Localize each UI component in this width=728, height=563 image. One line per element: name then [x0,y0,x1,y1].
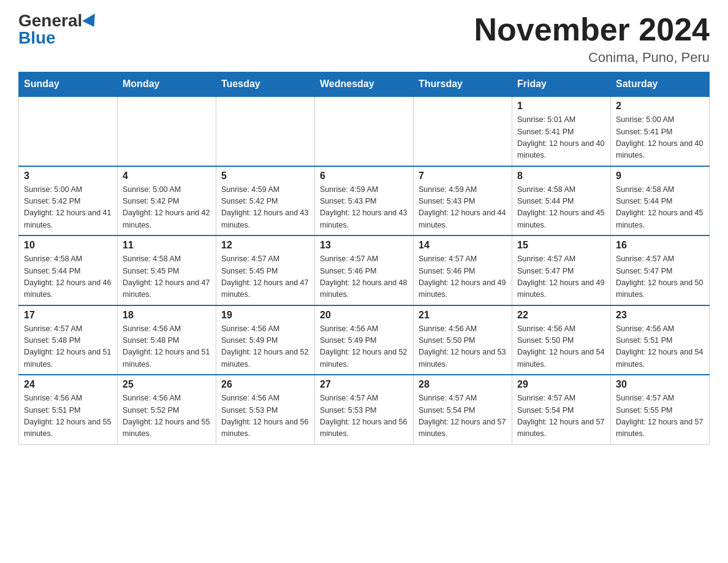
day-info: Sunrise: 4:58 AMSunset: 5:44 PMDaylight:… [517,184,605,232]
calendar-week-row: 24Sunrise: 4:56 AMSunset: 5:51 PMDayligh… [19,375,710,444]
calendar-cell: 22Sunrise: 4:56 AMSunset: 5:50 PMDayligh… [512,305,611,375]
calendar-cell: 9Sunrise: 4:58 AMSunset: 5:44 PMDaylight… [611,166,710,236]
day-number: 1 [517,101,605,112]
day-info: Sunrise: 4:59 AMSunset: 5:42 PMDaylight:… [221,184,309,232]
day-info: Sunrise: 4:57 AMSunset: 5:55 PMDaylight:… [616,393,704,440]
calendar-cell: 8Sunrise: 4:58 AMSunset: 5:44 PMDaylight… [512,166,611,236]
location-text: Conima, Puno, Peru [474,50,710,66]
title-area: November 2024 Conima, Puno, Peru [474,12,710,66]
calendar-cell [19,96,118,166]
day-number: 14 [419,240,507,251]
calendar-cell: 15Sunrise: 4:57 AMSunset: 5:47 PMDayligh… [512,236,611,305]
calendar-cell: 29Sunrise: 4:57 AMSunset: 5:54 PMDayligh… [512,375,611,444]
day-info: Sunrise: 4:57 AMSunset: 5:46 PMDaylight:… [320,253,408,301]
calendar-cell: 7Sunrise: 4:59 AMSunset: 5:43 PMDaylight… [414,166,512,236]
day-number: 3 [24,170,112,182]
calendar-cell: 14Sunrise: 4:57 AMSunset: 5:46 PMDayligh… [414,236,512,305]
day-info: Sunrise: 4:57 AMSunset: 5:47 PMDaylight:… [517,253,605,301]
month-title: November 2024 [474,12,710,47]
calendar-week-row: 1Sunrise: 5:01 AMSunset: 5:41 PMDaylight… [19,96,710,166]
day-number: 16 [616,240,704,251]
day-number: 18 [123,310,211,321]
calendar-cell: 2Sunrise: 5:00 AMSunset: 5:41 PMDaylight… [611,96,710,166]
calendar-cell: 17Sunrise: 4:57 AMSunset: 5:48 PMDayligh… [19,305,118,375]
page-header: General Blue November 2024 Conima, Puno,… [18,12,710,66]
calendar-cell: 28Sunrise: 4:57 AMSunset: 5:54 PMDayligh… [414,375,512,444]
day-info: Sunrise: 4:57 AMSunset: 5:54 PMDaylight:… [419,393,507,440]
day-info: Sunrise: 4:57 AMSunset: 5:45 PMDaylight:… [221,253,309,301]
calendar-cell: 23Sunrise: 4:56 AMSunset: 5:51 PMDayligh… [611,305,710,375]
day-info: Sunrise: 4:57 AMSunset: 5:47 PMDaylight:… [616,253,704,301]
day-info: Sunrise: 4:58 AMSunset: 5:45 PMDaylight:… [123,253,211,301]
calendar-header-friday: Friday [512,72,611,97]
day-info: Sunrise: 4:58 AMSunset: 5:44 PMDaylight:… [24,253,112,301]
calendar-week-row: 3Sunrise: 5:00 AMSunset: 5:42 PMDaylight… [19,166,710,236]
calendar-cell: 12Sunrise: 4:57 AMSunset: 5:45 PMDayligh… [216,236,315,305]
day-number: 9 [616,170,704,182]
calendar-cell: 3Sunrise: 5:00 AMSunset: 5:42 PMDaylight… [19,166,118,236]
day-info: Sunrise: 4:56 AMSunset: 5:53 PMDaylight:… [221,393,309,440]
day-number: 25 [123,379,211,390]
day-number: 5 [221,170,309,182]
day-number: 17 [24,310,112,321]
day-info: Sunrise: 4:58 AMSunset: 5:44 PMDaylight:… [616,184,704,232]
day-info: Sunrise: 4:56 AMSunset: 5:50 PMDaylight:… [419,323,507,371]
calendar-cell [315,96,414,166]
day-info: Sunrise: 4:56 AMSunset: 5:50 PMDaylight:… [517,323,605,371]
calendar-cell [118,96,216,166]
day-info: Sunrise: 4:56 AMSunset: 5:51 PMDaylight:… [616,323,704,371]
day-number: 24 [24,379,112,390]
day-number: 23 [616,310,704,321]
calendar-header-thursday: Thursday [414,72,512,97]
day-number: 27 [320,379,408,390]
day-number: 21 [419,310,507,321]
day-number: 7 [419,170,507,182]
day-number: 2 [616,101,704,112]
day-info: Sunrise: 4:57 AMSunset: 5:46 PMDaylight:… [419,253,507,301]
calendar-cell: 5Sunrise: 4:59 AMSunset: 5:42 PMDaylight… [216,166,315,236]
calendar-cell: 24Sunrise: 4:56 AMSunset: 5:51 PMDayligh… [19,375,118,444]
calendar-cell: 20Sunrise: 4:56 AMSunset: 5:49 PMDayligh… [315,305,414,375]
calendar-header-monday: Monday [118,72,216,97]
calendar-cell: 21Sunrise: 4:56 AMSunset: 5:50 PMDayligh… [414,305,512,375]
day-info: Sunrise: 4:56 AMSunset: 5:49 PMDaylight:… [320,323,408,371]
day-number: 6 [320,170,408,182]
day-info: Sunrise: 4:57 AMSunset: 5:54 PMDaylight:… [517,393,605,440]
day-info: Sunrise: 4:59 AMSunset: 5:43 PMDaylight:… [419,184,507,232]
calendar-header-row: SundayMondayTuesdayWednesdayThursdayFrid… [19,72,710,97]
calendar-cell: 11Sunrise: 4:58 AMSunset: 5:45 PMDayligh… [118,236,216,305]
calendar-cell: 6Sunrise: 4:59 AMSunset: 5:43 PMDaylight… [315,166,414,236]
day-number: 20 [320,310,408,321]
calendar-week-row: 17Sunrise: 4:57 AMSunset: 5:48 PMDayligh… [19,305,710,375]
calendar-cell: 4Sunrise: 5:00 AMSunset: 5:42 PMDaylight… [118,166,216,236]
day-info: Sunrise: 4:57 AMSunset: 5:53 PMDaylight:… [320,393,408,440]
logo-blue-text: Blue [18,29,56,47]
calendar-cell: 25Sunrise: 4:56 AMSunset: 5:52 PMDayligh… [118,375,216,444]
day-info: Sunrise: 4:56 AMSunset: 5:48 PMDaylight:… [123,323,211,371]
calendar-cell: 30Sunrise: 4:57 AMSunset: 5:55 PMDayligh… [611,375,710,444]
day-info: Sunrise: 5:00 AMSunset: 5:42 PMDaylight:… [123,184,211,232]
day-number: 4 [123,170,211,182]
calendar-header-sunday: Sunday [19,72,118,97]
calendar-cell: 10Sunrise: 4:58 AMSunset: 5:44 PMDayligh… [19,236,118,305]
calendar-cell: 26Sunrise: 4:56 AMSunset: 5:53 PMDayligh… [216,375,315,444]
day-number: 29 [517,379,605,390]
calendar-cell [414,96,512,166]
day-number: 22 [517,310,605,321]
logo-general-text: General [18,12,82,29]
calendar-header-wednesday: Wednesday [315,72,414,97]
day-number: 12 [221,240,309,251]
calendar-cell: 27Sunrise: 4:57 AMSunset: 5:53 PMDayligh… [315,375,414,444]
day-info: Sunrise: 5:01 AMSunset: 5:41 PMDaylight:… [517,114,605,162]
day-number: 11 [123,240,211,251]
calendar-cell: 18Sunrise: 4:56 AMSunset: 5:48 PMDayligh… [118,305,216,375]
calendar-header-tuesday: Tuesday [216,72,315,97]
calendar-cell [216,96,315,166]
calendar-cell: 13Sunrise: 4:57 AMSunset: 5:46 PMDayligh… [315,236,414,305]
logo-triangle-icon [82,13,100,31]
calendar-header-saturday: Saturday [611,72,710,97]
day-info: Sunrise: 4:59 AMSunset: 5:43 PMDaylight:… [320,184,408,232]
calendar-week-row: 10Sunrise: 4:58 AMSunset: 5:44 PMDayligh… [19,236,710,305]
calendar-cell: 1Sunrise: 5:01 AMSunset: 5:41 PMDaylight… [512,96,611,166]
day-number: 26 [221,379,309,390]
